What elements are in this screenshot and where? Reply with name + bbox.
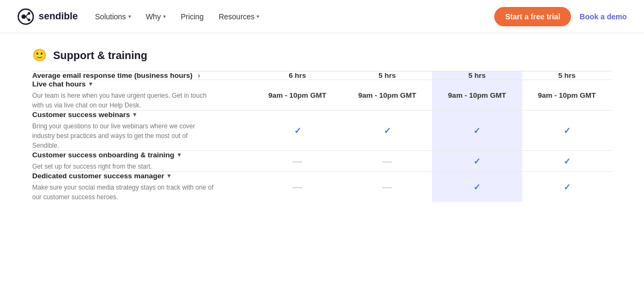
plan-value-cell: ✓ bbox=[432, 172, 522, 202]
plan-value-cell: 5 hrs bbox=[432, 71, 522, 80]
logo-text: sendible bbox=[39, 11, 78, 22]
dash-icon: — bbox=[292, 182, 302, 192]
feature-desc: Bring your questions to our live webinar… bbox=[32, 121, 215, 150]
plan-value-cell: — bbox=[342, 151, 432, 172]
plan-value-cell: — bbox=[252, 172, 342, 202]
feature-desc: Make sure your social media strategy sta… bbox=[32, 183, 215, 202]
check-icon: ✓ bbox=[473, 126, 480, 135]
feature-cell: Dedicated customer success manager ▾Make… bbox=[32, 172, 252, 202]
book-demo-link[interactable]: Book a demo bbox=[580, 12, 627, 21]
chevron-down-icon: ▾ bbox=[163, 13, 166, 19]
check-icon: ✓ bbox=[564, 183, 570, 192]
dash-icon: — bbox=[382, 182, 392, 192]
section-title: Support & training bbox=[53, 49, 148, 62]
feature-title[interactable]: Live chat hours ▾ bbox=[32, 80, 252, 88]
feature-title[interactable]: Average email response time (business ho… bbox=[32, 71, 252, 79]
plan-value-cell: ✓ bbox=[522, 111, 612, 151]
table-row: Average email response time (business ho… bbox=[32, 71, 612, 80]
logo[interactable]: sendible bbox=[17, 8, 78, 25]
plan-value-cell: 9am - 10pm GMT bbox=[342, 80, 432, 111]
start-trial-button[interactable]: Start a free trial bbox=[494, 7, 571, 26]
chevron-down-icon: ▾ bbox=[257, 13, 259, 19]
support-icon: 🙂 bbox=[32, 48, 47, 62]
feature-cell: Average email response time (business ho… bbox=[32, 71, 252, 80]
plan-value-cell: 6 hrs bbox=[252, 71, 342, 80]
logo-icon bbox=[17, 8, 34, 25]
chevron-down-icon: ▾ bbox=[128, 13, 131, 19]
feature-title[interactable]: Customer success onboarding & training ▾ bbox=[32, 151, 252, 159]
svg-point-1 bbox=[21, 15, 26, 19]
feature-cell: Live chat hours ▾Our team is here when y… bbox=[32, 80, 252, 111]
feature-desc: Our team is here when you have urgent qu… bbox=[32, 91, 215, 110]
feature-title[interactable]: Dedicated customer success manager ▾ bbox=[32, 172, 252, 180]
plan-value-cell: — bbox=[342, 172, 432, 202]
plan-value-cell: ✓ bbox=[522, 172, 612, 202]
plan-value-cell: 5 hrs bbox=[342, 71, 432, 80]
check-icon: ✓ bbox=[564, 157, 570, 166]
feature-desc: Get set up for success right from the st… bbox=[32, 162, 215, 171]
table-row: Customer success webinars ▾Bring your qu… bbox=[32, 111, 612, 151]
nav-solutions[interactable]: Solutions ▾ bbox=[95, 12, 131, 21]
check-icon: ✓ bbox=[294, 126, 301, 135]
nav-pricing[interactable]: Pricing bbox=[181, 12, 204, 21]
nav-resources[interactable]: Resources ▾ bbox=[218, 12, 259, 21]
pricing-table: Average email response time (business ho… bbox=[32, 71, 612, 202]
plan-value-cell: ✓ bbox=[252, 111, 342, 151]
table-row: Customer success onboarding & training ▾… bbox=[32, 151, 612, 172]
plan-value-cell: 9am - 10pm GMT bbox=[522, 80, 612, 111]
feature-title[interactable]: Customer success webinars ▾ bbox=[32, 111, 252, 119]
check-icon: ✓ bbox=[473, 157, 480, 166]
main-content: 🙂 Support & training Average email respo… bbox=[0, 33, 644, 202]
check-icon: ✓ bbox=[384, 126, 391, 135]
svg-line-4 bbox=[26, 14, 28, 17]
chevron-down-icon: ▾ bbox=[89, 81, 92, 88]
table-row: Live chat hours ▾Our team is here when y… bbox=[32, 80, 612, 111]
check-icon: ✓ bbox=[473, 183, 480, 192]
plan-value-cell: 9am - 10pm GMT bbox=[432, 80, 522, 111]
svg-line-5 bbox=[26, 17, 28, 19]
plan-value-cell: 5 hrs bbox=[522, 71, 612, 80]
chevron-down-icon: ▾ bbox=[133, 111, 136, 118]
arrow-icon: › bbox=[198, 72, 200, 79]
chevron-down-icon: ▾ bbox=[178, 151, 181, 158]
navbar: sendible Solutions ▾ Why ▾ Pricing Resou… bbox=[0, 0, 644, 33]
plan-value-cell: ✓ bbox=[342, 111, 432, 151]
nav-actions: Start a free trial Book a demo bbox=[494, 7, 627, 26]
dash-icon: — bbox=[292, 156, 302, 166]
nav-links: Solutions ▾ Why ▾ Pricing Resources ▾ bbox=[95, 12, 494, 21]
section-header: 🙂 Support & training bbox=[32, 33, 612, 71]
dash-icon: — bbox=[382, 156, 392, 166]
plan-value-cell: ✓ bbox=[522, 151, 612, 172]
plan-value-cell: — bbox=[252, 151, 342, 172]
plan-value-cell: ✓ bbox=[432, 111, 522, 151]
plan-value-cell: 9am - 10pm GMT bbox=[252, 80, 342, 111]
plan-value-cell: ✓ bbox=[432, 151, 522, 172]
feature-cell: Customer success webinars ▾Bring your qu… bbox=[32, 111, 252, 151]
table-row: Dedicated customer success manager ▾Make… bbox=[32, 172, 612, 202]
nav-why[interactable]: Why ▾ bbox=[146, 12, 166, 21]
feature-cell: Customer success onboarding & training ▾… bbox=[32, 151, 252, 172]
chevron-down-icon: ▾ bbox=[167, 172, 171, 179]
check-icon: ✓ bbox=[564, 126, 570, 135]
